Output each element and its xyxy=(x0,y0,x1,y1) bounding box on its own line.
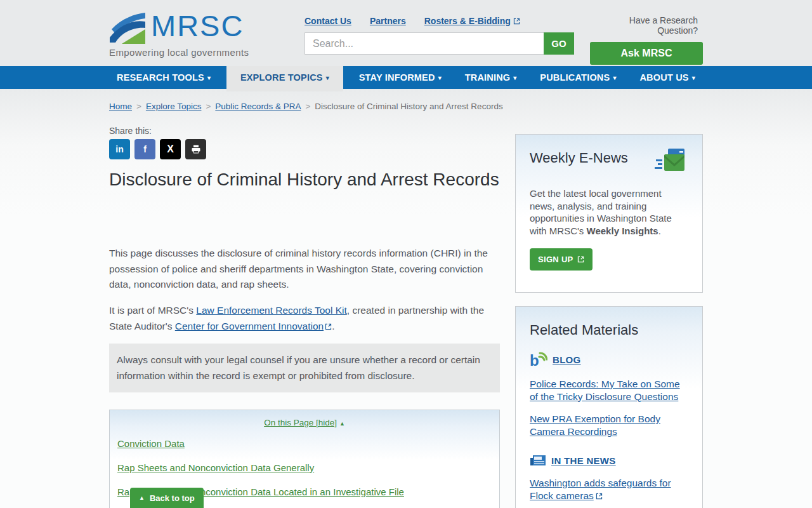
nav-explore-topics-label: EXPLORE TOPICS xyxy=(240,72,323,83)
mrsc-logo-icon xyxy=(109,8,146,45)
share-label: Share this: xyxy=(109,126,152,136)
news-link-flock-cameras[interactable]: Washington adds safeguards for Flock cam… xyxy=(530,477,688,502)
nav-training-label: TRAINING xyxy=(465,72,511,83)
main-content: Home>Explore Topics>Public Records & PRA… xyxy=(0,89,812,508)
toolkit-paragraph: It is part of MRSC's Law Enforcement Rec… xyxy=(109,302,504,334)
breadcrumb-separator: > xyxy=(305,102,310,111)
nav-training[interactable]: TRAINING▾ xyxy=(457,66,525,89)
nav-stay-informed-label: STAY INFORMED xyxy=(359,72,435,83)
enews-title: Weekly E-News xyxy=(530,150,628,166)
breadcrumb-current: Disclosure of Criminal History and Arres… xyxy=(315,102,502,111)
caret-down-icon: ▾ xyxy=(613,74,616,81)
share-facebook-button[interactable]: f xyxy=(134,139,155,159)
caret-up-icon: ▲ xyxy=(139,495,145,501)
external-link-icon xyxy=(513,18,520,25)
main-nav: RESEARCH TOOLS▾ EXPLORE TOPICS▾ STAY INF… xyxy=(0,66,812,89)
share-buttons: in f X xyxy=(109,139,206,159)
print-icon xyxy=(191,144,201,154)
related-materials-box: Related Materials b BLOG Police Records:… xyxy=(515,306,703,508)
page-title: Disclosure of Criminal History and Arres… xyxy=(109,166,500,193)
rosters-ebidding-link[interactable]: Rosters & E-Bidding xyxy=(424,16,520,26)
blog-icon: b xyxy=(530,351,547,368)
partners-label: Partners xyxy=(370,16,406,26)
x-icon: X xyxy=(167,144,174,155)
external-link-icon xyxy=(325,323,332,330)
related-blog-link-pra-exemption[interactable]: New PRA Exemption for Body Camera Record… xyxy=(530,413,688,438)
brand-tagline: Empowering local governments xyxy=(109,47,249,58)
mrsc-logo[interactable]: MRSC Empowering local governments xyxy=(109,8,249,58)
ask-mrsc-block: Have a Research Question? Ask MRSC xyxy=(590,15,703,65)
news-category-row: IN THE NEWS xyxy=(530,454,688,467)
back-to-top-label: Back to top xyxy=(150,493,195,503)
share-linkedin-button[interactable]: in xyxy=(109,139,130,159)
sign-up-button[interactable]: SIGN UP xyxy=(530,248,593,271)
breadcrumb-separator: > xyxy=(206,102,211,111)
svg-text:b: b xyxy=(530,352,539,368)
share-x-button[interactable]: X xyxy=(160,139,181,159)
search-go-button[interactable]: GO xyxy=(544,32,574,55)
partners-link[interactable]: Partners xyxy=(370,16,406,26)
breadcrumb-explore-topics[interactable]: Explore Topics xyxy=(146,102,202,111)
ask-mrsc-button[interactable]: Ask MRSC xyxy=(590,42,703,65)
enews-text: . xyxy=(658,225,661,236)
external-link-icon xyxy=(577,256,584,263)
nav-stay-informed[interactable]: STAY INFORMED▾ xyxy=(351,66,449,89)
search-input[interactable] xyxy=(304,32,544,55)
contact-us-label: Contact Us xyxy=(304,16,351,26)
rosters-label: Rosters & E-Bidding xyxy=(424,16,511,26)
research-question-text: Have a Research Question? xyxy=(590,15,703,36)
nav-about-us-label: ABOUT US xyxy=(639,72,688,83)
utility-nav: Contact Us Partners Rosters & E-Bidding xyxy=(304,16,520,26)
nav-research-tools-label: RESEARCH TOOLS xyxy=(117,72,204,83)
linkedin-icon: in xyxy=(115,144,123,154)
toc-hide-link[interactable]: On this Page [hide] xyxy=(264,418,337,427)
caret-up-icon: ▲ xyxy=(339,420,345,427)
weekly-insights-name: Weekly Insights xyxy=(587,225,658,236)
back-to-top-button[interactable]: ▲Back to top xyxy=(130,488,204,508)
contact-us-link[interactable]: Contact Us xyxy=(304,16,351,26)
intro-paragraph: This page discusses the disclosure of cr… xyxy=(109,246,504,293)
toc-link-conviction-data[interactable]: Conviction Data xyxy=(117,438,185,449)
share-print-button[interactable] xyxy=(185,139,206,159)
toolkit-text: It is part of MRSC's xyxy=(109,305,196,316)
blog-category-row: b BLOG xyxy=(530,351,688,368)
in-the-news-link[interactable]: IN THE NEWS xyxy=(551,455,616,466)
blog-link[interactable]: BLOG xyxy=(553,354,581,365)
nav-research-tools[interactable]: RESEARCH TOOLS▾ xyxy=(109,66,218,89)
site-search: GO xyxy=(304,32,574,55)
sign-up-label: SIGN UP xyxy=(538,255,573,264)
email-icon xyxy=(654,147,688,177)
external-link-icon xyxy=(596,493,603,500)
facebook-icon: f xyxy=(143,144,147,154)
caret-down-icon: ▾ xyxy=(438,74,442,81)
breadcrumb-separator: > xyxy=(136,102,141,111)
nav-publications[interactable]: PUBLICATIONS▾ xyxy=(532,66,624,89)
caret-down-icon: ▾ xyxy=(513,74,516,81)
nav-publications-label: PUBLICATIONS xyxy=(540,72,610,83)
toc-header: On this Page [hide]▲ xyxy=(117,418,492,427)
page: MRSC Empowering local governments Contac… xyxy=(0,0,812,508)
breadcrumb-home[interactable]: Home xyxy=(109,102,132,111)
law-enforcement-toolkit-link[interactable]: Law Enforcement Records Tool Kit xyxy=(196,305,347,316)
center-government-innovation-link[interactable]: Center for Government Innovation xyxy=(175,321,324,331)
weekly-enews-box: Weekly E-News Get the latest local gover… xyxy=(515,134,703,293)
toc-link-rap-sheets-generally[interactable]: Rap Sheets and Nonconviction Data Genera… xyxy=(117,462,314,473)
breadcrumb-public-records[interactable]: Public Records & PRA xyxy=(215,102,301,111)
toolkit-text: . xyxy=(332,321,334,331)
related-blog-link-police-records[interactable]: Police Records: My Take on Some of the T… xyxy=(530,378,688,403)
nav-about-us[interactable]: ABOUT US▾ xyxy=(632,66,703,89)
caret-down-icon: ▾ xyxy=(207,74,211,81)
news-icon xyxy=(530,454,546,467)
related-materials-title: Related Materials xyxy=(530,322,688,338)
breadcrumb: Home>Explore Topics>Public Records & PRA… xyxy=(109,102,503,111)
brand-name: MRSC xyxy=(151,8,244,44)
legal-counsel-callout: Always consult with your legal counsel i… xyxy=(109,344,500,392)
site-header: MRSC Empowering local governments Contac… xyxy=(0,0,812,66)
caret-down-icon: ▾ xyxy=(326,74,329,81)
nav-explore-topics[interactable]: EXPLORE TOPICS▾ xyxy=(226,66,343,91)
enews-description: Get the latest local government news, an… xyxy=(530,187,688,237)
caret-down-icon: ▾ xyxy=(692,74,695,81)
